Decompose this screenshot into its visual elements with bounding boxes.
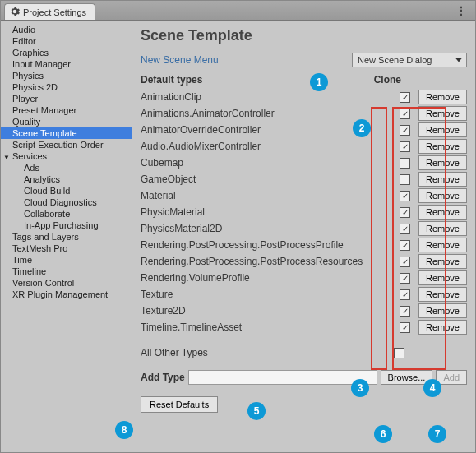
clone-column-label: Clone [374, 74, 467, 86]
window-tab[interactable]: Project Settings [4, 3, 95, 20]
add-type-row: Add Type Browse... Add [141, 370, 467, 385]
clone-checkbox[interactable] [400, 174, 410, 185]
type-row: AnimationClipRemove [141, 89, 467, 105]
sidebar-item[interactable]: Quality [1, 116, 132, 127]
sidebar-item[interactable]: TextMesh Pro [1, 243, 132, 254]
type-row: Rendering.PostProcessing.PostProcessReso… [141, 253, 467, 270]
remove-button[interactable]: Remove [418, 155, 467, 170]
sidebar-item[interactable]: Version Control [1, 277, 132, 289]
type-row: PhysicMaterialRemove [141, 204, 467, 220]
sidebar-item[interactable]: Ads [1, 162, 132, 173]
remove-button[interactable]: Remove [418, 221, 467, 236]
remove-button[interactable]: Remove [418, 205, 467, 220]
remove-button[interactable]: Remove [418, 238, 467, 252]
type-row: Texture2DRemove [141, 303, 467, 319]
type-row: TextureRemove [141, 286, 467, 303]
reset-defaults-button[interactable]: Reset Defaults [141, 396, 218, 413]
clone-checkbox[interactable] [400, 289, 410, 300]
type-name: PhysicsMaterial2D [141, 223, 400, 234]
window-tab-label: Project Settings [23, 7, 86, 17]
sidebar-item[interactable]: Player [1, 93, 132, 104]
menu-icon[interactable]: ⋮ [451, 4, 472, 17]
type-name: Texture2D [141, 305, 400, 317]
sidebar-item[interactable]: Input Manager [1, 58, 132, 70]
remove-button[interactable]: Remove [418, 90, 467, 104]
sidebar-item[interactable]: Cloud Build [1, 185, 132, 196]
remove-button[interactable]: Remove [418, 270, 467, 285]
sidebar-item[interactable]: Graphics [1, 47, 132, 58]
clone-checkbox[interactable] [400, 306, 410, 317]
type-name: AnimatorOverrideController [141, 124, 400, 136]
reset-row: Reset Defaults [141, 396, 467, 413]
sidebar-item[interactable]: Audio [1, 24, 132, 35]
remove-button[interactable]: Remove [418, 172, 467, 187]
new-scene-dropdown[interactable]: New Scene Dialog [352, 53, 467, 67]
sidebar-item[interactable]: Editor [1, 35, 132, 47]
remove-button[interactable]: Remove [418, 287, 467, 302]
sidebar-item[interactable]: In-App Purchasing [1, 220, 132, 231]
clone-checkbox[interactable] [400, 92, 410, 103]
remove-button[interactable]: Remove [418, 122, 467, 137]
content-pane: Scene Template New Scene Menu New Scene … [132, 21, 475, 452]
clone-checkbox[interactable] [400, 257, 410, 267]
sidebar-item[interactable]: Scene Template [1, 127, 132, 139]
link-row: New Scene Menu New Scene Dialog [141, 53, 467, 67]
sidebar-item[interactable]: XR Plugin Management [1, 289, 132, 300]
clone-checkbox[interactable] [400, 125, 410, 136]
sidebar-item[interactable]: Analytics [1, 173, 132, 185]
new-scene-menu-link[interactable]: New Scene Menu [141, 54, 219, 66]
type-row: GameObjectRemove [141, 171, 467, 187]
type-name: AnimationClip [141, 91, 400, 103]
add-button[interactable]: Add [436, 370, 467, 385]
default-types-header: Default types Clone [141, 74, 467, 86]
add-type-label: Add Type [141, 372, 185, 383]
sidebar-item[interactable]: Tags and Layers [1, 231, 132, 243]
all-other-label: All Other Types [141, 347, 208, 358]
default-types-label: Default types [141, 74, 202, 86]
clone-checkbox[interactable] [400, 322, 410, 333]
sidebar-item[interactable]: Services [1, 150, 132, 162]
browse-button[interactable]: Browse... [381, 370, 433, 385]
dropdown-value: New Scene Dialog [358, 55, 432, 65]
remove-button[interactable]: Remove [418, 254, 467, 269]
sidebar-item[interactable]: Collaborate [1, 208, 132, 220]
type-name: GameObject [141, 173, 400, 185]
sidebar-item[interactable]: Script Execution Order [1, 139, 132, 150]
add-type-input[interactable] [188, 370, 377, 385]
titlebar: Project Settings ⋮ [1, 1, 475, 21]
sidebar-item[interactable]: Time [1, 254, 132, 266]
project-settings-window: Project Settings ⋮ AudioEditorGraphicsIn… [0, 0, 476, 453]
type-row: PhysicsMaterial2DRemove [141, 220, 467, 237]
type-row: MaterialRemove [141, 187, 467, 204]
clone-checkbox[interactable] [400, 191, 410, 201]
type-row: Rendering.VolumeProfileRemove [141, 270, 467, 286]
type-name: Rendering.PostProcessing.PostProcessReso… [141, 256, 400, 267]
clone-checkbox[interactable] [400, 141, 410, 152]
type-row: Timeline.TimelineAssetRemove [141, 319, 467, 335]
sidebar-item[interactable]: Timeline [1, 266, 132, 277]
sidebar-item[interactable]: Preset Manager [1, 104, 132, 116]
remove-button[interactable]: Remove [418, 139, 467, 154]
clone-checkbox[interactable] [400, 224, 410, 234]
clone-checkbox[interactable] [400, 158, 410, 169]
type-name: Material [141, 190, 400, 201]
type-name: Texture [141, 289, 400, 300]
clone-checkbox[interactable] [400, 207, 410, 218]
sidebar-item[interactable]: Physics [1, 70, 132, 81]
type-row: CubemapRemove [141, 155, 467, 171]
remove-button[interactable]: Remove [418, 188, 467, 203]
clone-checkbox[interactable] [400, 109, 410, 119]
sidebar-item[interactable]: Physics 2D [1, 81, 132, 93]
clone-checkbox[interactable] [400, 273, 410, 284]
sidebar-item[interactable]: Cloud Diagnostics [1, 196, 132, 208]
remove-button[interactable]: Remove [418, 303, 467, 318]
window-body: AudioEditorGraphicsInput ManagerPhysicsP… [1, 21, 475, 452]
all-other-row: All Other Types [141, 347, 467, 358]
remove-button[interactable]: Remove [418, 320, 467, 335]
remove-button[interactable]: Remove [418, 106, 467, 121]
type-name: Rendering.PostProcessing.PostProcessProf… [141, 239, 400, 251]
all-other-checkbox[interactable] [394, 348, 404, 358]
type-row: Audio.AudioMixerControllerRemove [141, 138, 467, 155]
type-name: Audio.AudioMixerController [141, 141, 400, 152]
clone-checkbox[interactable] [400, 240, 410, 251]
